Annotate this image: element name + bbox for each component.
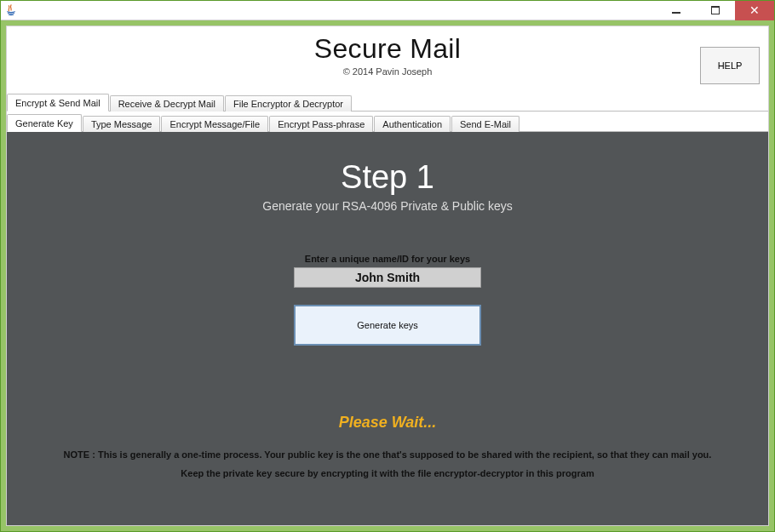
tab-receive-decrypt[interactable]: Receive & Decrypt Mail [110,95,224,112]
tab-send-email[interactable]: Send E-Mail [451,116,520,132]
header-area: Secure Mail © 2014 Pavin Joseph HELP [7,26,768,93]
minimize-button[interactable] [657,1,696,20]
tab-generate-key[interactable]: Generate Key [7,114,82,132]
note-line-2: Keep the private key secure by encryptin… [181,468,594,478]
input-label: Enter a unique name/ID for your keys [305,254,470,264]
maximize-button[interactable] [696,1,735,20]
content-area: Secure Mail © 2014 Pavin Joseph HELP Enc… [6,26,769,526]
help-button[interactable]: HELP [700,47,760,84]
note-text: NOTE : This is generally a one-time proc… [49,445,727,483]
tab-encrypt-passphrase[interactable]: Encrypt Pass-phrase [269,116,373,132]
tab-file-encryptor[interactable]: File Encryptor & Decryptor [225,95,352,112]
tab-encrypt-send[interactable]: Encrypt & Send Mail [7,94,109,112]
app-window: ✕ Secure Mail © 2014 Pavin Joseph HELP E… [0,0,775,532]
main-panel: Step 1 Generate your RSA-4096 Private & … [7,132,768,525]
inner-tab-row: Generate Key Type Message Encrypt Messag… [7,113,768,132]
titlebar-left [4,3,18,17]
step-subtitle: Generate your RSA-4096 Private & Public … [262,199,512,213]
header-center: Secure Mail © 2014 Pavin Joseph [314,33,461,77]
window-controls: ✕ [657,1,774,20]
outer-tab-row: Encrypt & Send Mail Receive & Decrypt Ma… [7,93,768,112]
copyright: © 2014 Pavin Joseph [314,66,461,77]
close-button[interactable]: ✕ [735,1,774,20]
step-title: Step 1 [341,159,434,196]
tab-encrypt-message[interactable]: Encrypt Message/File [161,116,268,132]
generate-keys-button[interactable]: Generate keys [294,305,481,346]
java-icon [4,3,18,17]
app-title: Secure Mail [314,33,461,65]
tab-authentication[interactable]: Authentication [374,116,451,132]
key-name-input[interactable] [294,267,481,288]
titlebar: ✕ [1,1,774,20]
note-line-1: NOTE : This is generally a one-time proc… [64,449,712,460]
tab-type-message[interactable]: Type Message [83,116,161,132]
wait-label: Please Wait... [339,414,437,432]
